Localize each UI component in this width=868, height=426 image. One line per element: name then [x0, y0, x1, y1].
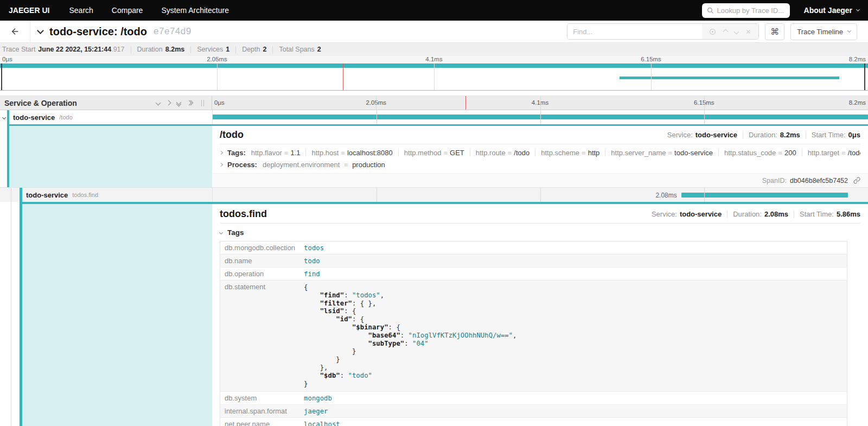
process-key: deployment.environment	[263, 161, 340, 169]
prev-result-icon[interactable]	[723, 29, 728, 34]
tag-value: todo-service	[674, 149, 713, 157]
span-name-todos-find[interactable]: todo-service todos.find	[0, 188, 212, 202]
depth-value: 2	[263, 46, 266, 53]
tag-value: http	[588, 149, 600, 157]
nav-item-compare[interactable]: Compare	[112, 6, 143, 15]
chevron-down-icon[interactable]	[2, 115, 6, 119]
db-statement-json: { "find": "todos", "filter": { }, "lsid"…	[304, 283, 843, 389]
grid-line	[217, 63, 218, 90]
tick-label: 0μs	[0, 56, 12, 62]
trace-header-controls: ⌘ Trace Timeline	[567, 23, 868, 40]
process-tag: deployment.environment = production	[263, 161, 385, 169]
equals-sign: =	[582, 149, 586, 157]
span-id-footer: SpanID: db046b8efc5b7452	[212, 173, 868, 187]
nav-item-system-architecture[interactable]: System Architecture	[161, 6, 229, 15]
tag-value: /todo	[514, 149, 529, 157]
link-icon[interactable]	[853, 177, 860, 184]
tags-accordion-expanded[interactable]: Tags	[220, 228, 860, 237]
clear-find-icon[interactable]	[745, 29, 751, 35]
trace-summary-bar: Trace Start June 22 2022, 15:21:44 .917 …	[0, 43, 868, 56]
tag-row-net.peer.name[interactable]: net.peer.namelocalhost	[220, 418, 847, 426]
back-button[interactable]	[0, 21, 30, 42]
depth-label: Depth	[242, 46, 260, 53]
trace-id: e7e74d9	[154, 26, 192, 37]
duration-label: Duration:	[749, 131, 777, 139]
duration-label: Duration	[137, 46, 163, 53]
service-label: Service:	[652, 210, 677, 218]
collapse-all-icon[interactable]	[177, 100, 181, 106]
span-timeline-todo[interactable]	[212, 110, 868, 124]
column-resizer[interactable]	[201, 100, 204, 106]
indent-guide	[11, 188, 11, 202]
process-label: Process:	[227, 161, 257, 169]
process-accordion-collapsed[interactable]: Process: deployment.environment = produc…	[220, 158, 860, 170]
minimap-ticks: 0μs2.05ms4.1ms6.15ms8.2ms	[0, 56, 868, 63]
tag-row-db.name[interactable]: db.nametodo	[220, 255, 847, 268]
find-tools	[702, 24, 758, 39]
minimap-span-bar	[620, 77, 839, 79]
nav-item-search[interactable]: Search	[69, 6, 93, 15]
tag-value: todo	[299, 255, 847, 268]
trace-lookup-box[interactable]	[702, 3, 790, 18]
span-detail-content-todo: /todo Service: todo-service Duration: 8.…	[212, 124, 868, 187]
tags-accordion-collapsed[interactable]: Tags: http.flavor=1.1http.host=localhost…	[220, 147, 860, 158]
span-row-todos-find[interactable]: todo-service todos.find 2.08ms	[0, 187, 868, 202]
collapse-one-icon[interactable]	[156, 100, 161, 106]
expand-one-icon[interactable]	[166, 100, 171, 106]
span-row-todo[interactable]: todo-service /todo	[0, 110, 868, 124]
about-jaeger-menu[interactable]: About Jaeger	[804, 6, 859, 15]
app-logo[interactable]: JAEGER UI	[9, 6, 49, 15]
tag-value: jaeger	[299, 405, 847, 418]
separator	[802, 149, 802, 156]
tag-row-db.statement[interactable]: db.statement{ "find": "todos", "filter":…	[220, 281, 847, 392]
trace-view-label: Trace Timeline	[797, 28, 843, 36]
span-operation: /todo	[59, 114, 72, 120]
trace-view-selector[interactable]: Trace Timeline	[790, 23, 857, 40]
top-nav: JAEGER UI SearchCompareSystem Architectu…	[0, 0, 868, 21]
span-detail-meta: Service: todo-service Duration: 8.2ms St…	[667, 131, 860, 139]
spacer	[0, 91, 868, 96]
keyboard-shortcuts-button[interactable]: ⌘	[765, 23, 784, 40]
tag-value: mongodb	[299, 392, 847, 405]
match-highlight-icon[interactable]	[709, 28, 716, 35]
separator	[398, 149, 399, 156]
chevron-down-icon	[856, 8, 860, 11]
grid-line	[704, 110, 705, 124]
find-input[interactable]	[567, 24, 702, 39]
divider	[220, 144, 860, 144]
span-timeline-todos-find[interactable]: 2.08ms	[212, 188, 868, 202]
total-spans-label: Total Spans	[279, 46, 314, 53]
collapse-trace-chevron-icon[interactable]	[37, 27, 44, 34]
tags-table: db.mongodb.collectiontodosdb.nametododb.…	[220, 241, 847, 426]
span-detail-title: todos.find	[220, 208, 267, 220]
timeline-minimap[interactable]	[0, 63, 868, 91]
tag-value: localhost	[299, 418, 847, 426]
span-service: todo-service	[13, 113, 55, 122]
trace-start-fraction: .917	[111, 46, 124, 53]
span-name-todo[interactable]: todo-service /todo	[0, 110, 212, 124]
chevron-down-icon	[847, 29, 851, 33]
tag-row-db.system[interactable]: db.systemmongodb	[220, 392, 847, 405]
expand-all-icon[interactable]	[187, 101, 193, 105]
tags-label: Tags:	[227, 149, 246, 157]
service-label: Service:	[667, 131, 693, 139]
trace-lookup-input[interactable]	[717, 7, 785, 15]
minimap-right-handle[interactable]	[864, 63, 865, 90]
span-bar[interactable]	[681, 193, 848, 198]
timeline-ruler[interactable]: 0μs2.05ms4.1ms6.15ms8.2ms	[212, 96, 868, 110]
grid-line	[540, 96, 541, 110]
separator	[235, 46, 236, 53]
tag-row-db.mongodb.collection[interactable]: db.mongodb.collectiontodos	[220, 241, 847, 255]
minimap-left-handle[interactable]	[1, 63, 2, 90]
tag-row-db.operation[interactable]: db.operationfind	[220, 268, 847, 281]
span-operation: todos.find	[72, 192, 98, 198]
tag-item: http.host=localhost:8080	[311, 149, 392, 157]
service-operation-column-header: Service & Operation	[0, 96, 212, 110]
separator	[718, 149, 719, 156]
tag-item: http.target=/todo	[808, 149, 860, 157]
span-color-accent	[20, 188, 22, 202]
next-result-icon[interactable]	[733, 29, 739, 34]
ruler-red-line	[465, 96, 466, 110]
separator	[727, 211, 727, 218]
tag-row-internal.span.format[interactable]: internal.span.formatjaeger	[220, 405, 847, 418]
